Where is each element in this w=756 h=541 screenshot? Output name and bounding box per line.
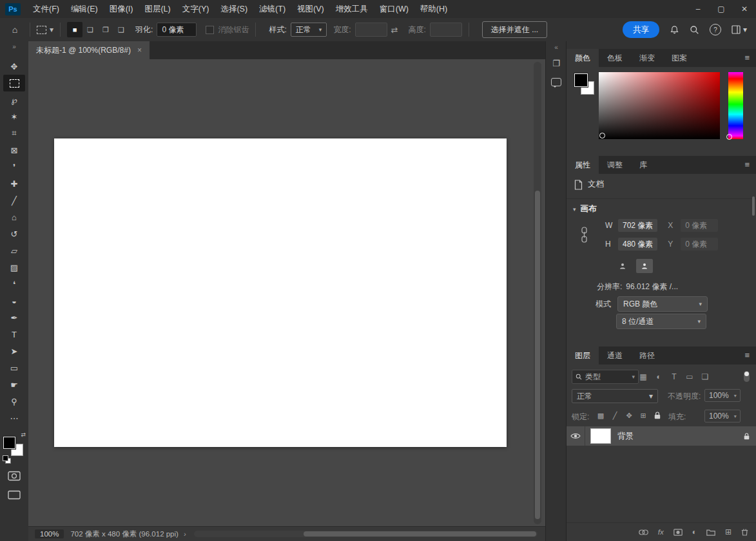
lasso-tool[interactable]: ℘ bbox=[3, 91, 25, 108]
rectangle-tool[interactable]: ▭ bbox=[3, 359, 25, 376]
horizontal-scrollbar[interactable] bbox=[194, 531, 538, 537]
foreground-color-swatch[interactable] bbox=[574, 73, 588, 87]
canvas-y-input[interactable]: 0 像素 bbox=[681, 238, 718, 251]
background-lock-icon[interactable] bbox=[744, 433, 750, 440]
filter-type-layers-icon[interactable]: T bbox=[667, 370, 681, 384]
blur-tool[interactable]: ❛ bbox=[3, 276, 25, 292]
menu-plugins[interactable]: 增效工具 bbox=[330, 0, 374, 18]
eraser-tool[interactable]: ▱ bbox=[3, 242, 25, 259]
minimize-button[interactable]: – bbox=[686, 0, 710, 18]
vertical-scrollbar-thumb[interactable] bbox=[535, 191, 540, 519]
eyedropper-tool[interactable]: ❜ bbox=[3, 158, 25, 175]
move-tool[interactable]: ✥ bbox=[3, 58, 25, 75]
hand-tool[interactable]: ☛ bbox=[3, 376, 25, 393]
edit-toolbar-button[interactable]: ⋯ bbox=[3, 410, 25, 426]
help-icon[interactable]: ? bbox=[710, 24, 721, 35]
status-chevron-icon[interactable]: › bbox=[184, 530, 186, 538]
horizontal-scrollbar-thumb[interactable] bbox=[304, 531, 536, 536]
new-group-icon[interactable] bbox=[706, 529, 715, 536]
hue-slider[interactable] bbox=[728, 72, 743, 139]
layer-filter-type-select[interactable]: 类型 ▾ bbox=[572, 370, 639, 384]
spot-healing-brush-tool[interactable]: ✚ bbox=[3, 175, 25, 192]
new-adjustment-layer-icon[interactable]: ◐ bbox=[692, 527, 697, 536]
screen-mode-button[interactable] bbox=[3, 487, 25, 502]
foreground-color-swatch[interactable] bbox=[3, 437, 15, 449]
share-button[interactable]: 共享 bbox=[623, 21, 659, 38]
collapse-toolbar-icon[interactable]: » bbox=[0, 41, 28, 53]
opacity-input[interactable]: 100% ▾ bbox=[704, 389, 741, 402]
tab-patterns[interactable]: 图案 bbox=[663, 49, 695, 67]
menu-image[interactable]: 图像(I) bbox=[104, 0, 139, 18]
default-colors-icon[interactable] bbox=[3, 455, 8, 461]
menu-layer[interactable]: 图层(L) bbox=[139, 0, 176, 18]
bit-depth-select[interactable]: 8 位/通道 ▾ bbox=[616, 314, 706, 329]
panel-menu-icon[interactable]: ≡ bbox=[738, 156, 756, 174]
quick-mask-button[interactable] bbox=[3, 468, 25, 484]
lock-transparency-icon[interactable]: ▩ bbox=[595, 410, 606, 421]
menu-select[interactable]: 选择(S) bbox=[215, 0, 253, 18]
new-selection-button[interactable]: ■ bbox=[67, 22, 82, 37]
canvas-x-input[interactable]: 0 像素 bbox=[681, 219, 718, 232]
dodge-tool[interactable]: ◒ bbox=[3, 292, 25, 309]
canvas-height-input[interactable]: 480 像素 bbox=[618, 238, 657, 251]
crop-tool[interactable]: ⌗ bbox=[3, 125, 25, 142]
home-button[interactable]: ⌂ bbox=[6, 21, 23, 38]
menu-filter[interactable]: 滤镜(T) bbox=[253, 0, 291, 18]
tab-libraries[interactable]: 库 bbox=[631, 156, 655, 174]
rectangular-marquee-tool[interactable] bbox=[3, 75, 25, 91]
menu-file[interactable]: 文件(F) bbox=[27, 0, 65, 18]
subtract-from-selection-button[interactable]: ❐ bbox=[98, 22, 113, 37]
document-tab[interactable]: 未标题-1 @ 100%(RGB/8#) × bbox=[28, 41, 150, 59]
collapsed-panel-icon[interactable]: ❐ bbox=[548, 55, 564, 71]
frame-tool[interactable]: ⊠ bbox=[3, 142, 25, 158]
feather-input[interactable]: 0 像素 bbox=[157, 23, 197, 37]
workspace-switcher[interactable]: ▾ bbox=[732, 25, 747, 34]
filter-shape-layers-icon[interactable]: ▭ bbox=[683, 370, 697, 384]
select-and-mask-button[interactable]: 选择并遮住 ... bbox=[482, 21, 547, 38]
tab-channels[interactable]: 通道 bbox=[599, 346, 631, 365]
antialias-checkbox[interactable] bbox=[206, 26, 214, 34]
comments-panel-icon[interactable] bbox=[548, 74, 564, 90]
type-tool[interactable]: T bbox=[3, 326, 25, 343]
tab-gradients[interactable]: 渐变 bbox=[631, 49, 663, 67]
history-brush-tool[interactable]: ↺ bbox=[3, 225, 25, 242]
path-selection-tool[interactable]: ➤ bbox=[3, 343, 25, 359]
layer-filter-toggle[interactable] bbox=[744, 371, 750, 382]
lock-all-icon[interactable] bbox=[652, 410, 663, 421]
zoom-tool[interactable]: ⚲ bbox=[3, 393, 25, 410]
menu-type[interactable]: 文字(Y) bbox=[177, 0, 215, 18]
saturation-brightness-field[interactable] bbox=[599, 72, 720, 139]
delete-layer-icon[interactable] bbox=[741, 528, 748, 536]
tab-color[interactable]: 颜色 bbox=[567, 49, 599, 67]
panel-menu-icon[interactable]: ≡ bbox=[738, 49, 756, 67]
height-input[interactable] bbox=[430, 23, 462, 37]
fill-input[interactable]: 100% ▾ bbox=[704, 410, 741, 422]
tool-preset-picker[interactable]: ▾ bbox=[37, 25, 53, 34]
intersect-selection-button[interactable]: ❑ bbox=[113, 22, 129, 37]
layer-row-background[interactable]: 背景 bbox=[567, 426, 756, 446]
add-layer-mask-icon[interactable] bbox=[674, 529, 683, 536]
close-button[interactable]: ✕ bbox=[733, 0, 756, 18]
lock-artboard-icon[interactable]: ⊞ bbox=[637, 410, 649, 421]
swap-width-height-icon[interactable]: ⇄ bbox=[391, 25, 398, 35]
canvas-document[interactable] bbox=[54, 138, 507, 447]
canvas-section-header[interactable]: ▾ 画布 bbox=[573, 204, 597, 214]
menu-window[interactable]: 窗口(W) bbox=[374, 0, 414, 18]
lock-pixels-icon[interactable]: ╱ bbox=[609, 410, 621, 421]
orientation-landscape-button[interactable] bbox=[636, 259, 653, 273]
swap-colors-icon[interactable]: ⇄ bbox=[21, 432, 26, 438]
link-dimensions-icon[interactable] bbox=[581, 227, 588, 243]
panel-menu-icon[interactable]: ≡ bbox=[738, 346, 756, 365]
tab-layers[interactable]: 图层 bbox=[567, 346, 599, 365]
new-layer-icon[interactable]: ⊞ bbox=[725, 527, 732, 536]
orientation-portrait-button[interactable] bbox=[614, 259, 631, 273]
search-icon[interactable] bbox=[690, 25, 699, 35]
filter-adjustment-layers-icon[interactable]: ◐ bbox=[652, 370, 666, 384]
add-to-selection-button[interactable]: ❏ bbox=[82, 22, 98, 37]
gradient-tool[interactable]: ▨ bbox=[3, 259, 25, 276]
tab-paths[interactable]: 路径 bbox=[631, 346, 663, 365]
menu-view[interactable]: 视图(V) bbox=[291, 0, 330, 18]
blend-mode-select[interactable]: 正常 ▾ bbox=[572, 389, 658, 403]
brush-tool[interactable]: ╱ bbox=[3, 192, 25, 209]
filter-smart-objects-icon[interactable]: ❏ bbox=[698, 370, 712, 384]
